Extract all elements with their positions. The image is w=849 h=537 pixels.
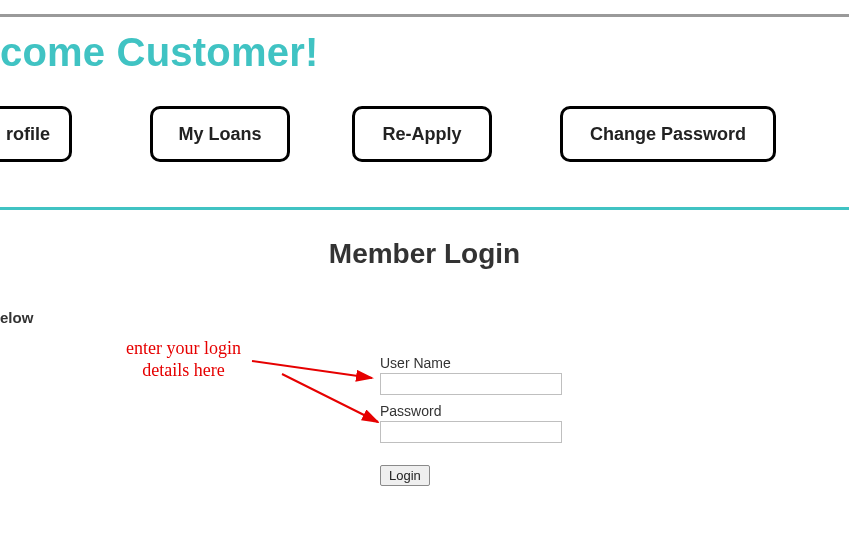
nav-changepw-label: Change Password [590, 124, 746, 145]
svg-line-1 [282, 374, 378, 422]
annotation-line2: details here [142, 360, 224, 380]
nav-bar: rofile My Loans Re-Apply Change Password [0, 106, 849, 176]
nav-loans-button[interactable]: My Loans [150, 106, 290, 162]
annotation-text: enter your login details here [126, 338, 241, 381]
password-label: Password [380, 403, 580, 419]
username-label: User Name [380, 355, 580, 371]
annotation-arrow-1 [250, 355, 382, 385]
instruction-fragment: elow [0, 309, 33, 326]
annotation-arrow-2 [280, 370, 388, 430]
annotation-line1: enter your login [126, 338, 241, 358]
login-heading: Member Login [0, 238, 849, 270]
login-button[interactable]: Login [380, 465, 430, 486]
section-divider [0, 207, 849, 210]
nav-profile-label: rofile [6, 124, 50, 145]
nav-loans-label: My Loans [178, 124, 261, 145]
nav-reapply-label: Re-Apply [382, 124, 461, 145]
username-input[interactable] [380, 373, 562, 395]
top-border [0, 14, 849, 17]
svg-line-0 [252, 361, 372, 378]
nav-profile-button[interactable]: rofile [0, 106, 72, 162]
page-title: come Customer! [0, 30, 318, 75]
password-input[interactable] [380, 421, 562, 443]
nav-changepw-button[interactable]: Change Password [560, 106, 776, 162]
nav-reapply-button[interactable]: Re-Apply [352, 106, 492, 162]
login-form: User Name Password Login [380, 355, 580, 486]
